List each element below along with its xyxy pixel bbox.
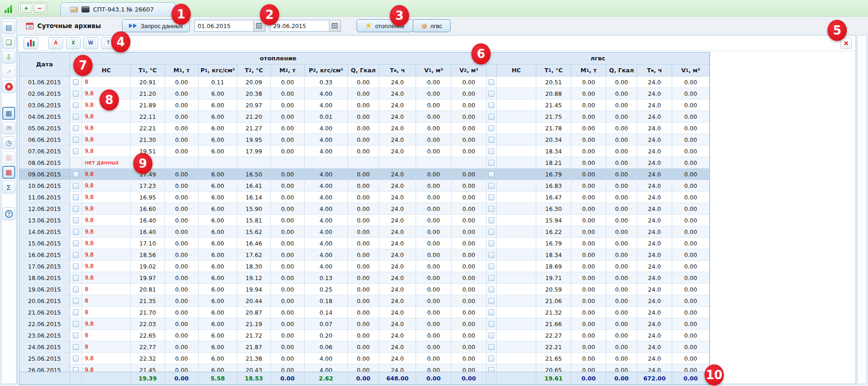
heating-row-checkbox[interactable] bbox=[73, 333, 79, 339]
hws-row-checkbox[interactable] bbox=[488, 91, 494, 97]
heating-row-checkbox[interactable] bbox=[73, 321, 79, 327]
table-row[interactable]: 05.06.20159,822.210.006.0021.270.004.000… bbox=[19, 123, 710, 134]
hws-row-checkbox[interactable] bbox=[488, 252, 494, 258]
export-excel-button[interactable]: X bbox=[66, 37, 81, 49]
vertical-scrollbar[interactable] bbox=[857, 35, 867, 384]
hws-row-checkbox[interactable] bbox=[488, 79, 494, 85]
heating-row-checkbox[interactable] bbox=[73, 252, 79, 258]
hws-row-checkbox[interactable] bbox=[488, 217, 494, 223]
table-row[interactable]: 22.06.20159,822.030.006.0021.190.000.070… bbox=[19, 318, 710, 330]
table-row[interactable]: 12.06.20159,816.600.006.0015.900.004.000… bbox=[19, 203, 710, 215]
heating-row-checkbox[interactable] bbox=[73, 206, 79, 212]
heating-row-checkbox[interactable] bbox=[73, 310, 79, 316]
date-to-input[interactable] bbox=[270, 20, 329, 32]
table-row[interactable]: 04.06.20159,822.110.006.0021.200.000.010… bbox=[19, 111, 710, 123]
table-row[interactable]: 03.06.20159,821.890.006.0020.970.004.000… bbox=[19, 99, 710, 111]
heating-row-checkbox[interactable] bbox=[73, 79, 79, 85]
heating-row-checkbox[interactable] bbox=[73, 183, 79, 189]
heating-row-checkbox[interactable] bbox=[73, 137, 79, 143]
table-row[interactable]: 21.06.2015821.700.006.0020.870.000.140.0… bbox=[19, 307, 710, 318]
table-row[interactable]: 15.06.20159,817.100.006.0016.460.004.000… bbox=[19, 238, 710, 249]
hws-row-checkbox[interactable] bbox=[488, 321, 494, 327]
table-row[interactable]: 23.06.2015822.650.006.0021.720.000.200.0… bbox=[19, 330, 710, 341]
heating-row-checkbox[interactable] bbox=[73, 217, 79, 223]
hws-row-checkbox[interactable] bbox=[488, 148, 494, 154]
table-row[interactable]: 01.06.2015820.910.000.1120.090.000.330.0… bbox=[19, 76, 710, 88]
hws-row-checkbox[interactable] bbox=[488, 287, 494, 292]
heating-row-checkbox[interactable] bbox=[73, 194, 79, 200]
heating-row-checkbox[interactable] bbox=[73, 171, 79, 177]
hws-row-checkbox[interactable] bbox=[488, 194, 494, 200]
table-row[interactable]: 10.06.20159,817.230.006.0016.410.004.000… bbox=[19, 180, 710, 192]
table-row[interactable]: 16.06.20159,818.560.006.0017.620.004.000… bbox=[19, 249, 710, 261]
hws-row-checkbox[interactable] bbox=[488, 333, 494, 339]
hws-row-checkbox[interactable] bbox=[488, 125, 494, 131]
table-row[interactable]: 07.06.20159,819.510.006.0017.990.004.000… bbox=[19, 146, 710, 157]
message-button[interactable]: ✉ bbox=[2, 122, 15, 135]
heating-row-checkbox[interactable] bbox=[73, 344, 79, 350]
read-archive-button[interactable]: ⇩ bbox=[2, 51, 15, 64]
heating-row-checkbox[interactable] bbox=[73, 125, 79, 131]
table-row[interactable]: 18.06.20159,819.970.006.0019.120.000.130… bbox=[19, 272, 710, 284]
heating-row-checkbox[interactable] bbox=[73, 91, 79, 97]
device-tab[interactable]: СПТ-943.1 № 26607 bbox=[60, 2, 176, 16]
hws-row-checkbox[interactable] bbox=[488, 263, 494, 269]
date-from-input[interactable] bbox=[194, 20, 253, 32]
heating-row-checkbox[interactable] bbox=[73, 298, 79, 304]
table-row[interactable]: 25.06.20159,822.320.006.0021.380.004.000… bbox=[19, 353, 710, 364]
date-to-picker-button[interactable] bbox=[329, 20, 341, 32]
table-row[interactable]: 24.06.2015822.770.006.0021.870.000.060.0… bbox=[19, 341, 710, 353]
hws-row-checkbox[interactable] bbox=[488, 356, 494, 362]
heating-row-checkbox[interactable] bbox=[73, 114, 79, 120]
export-pdf-button[interactable]: A bbox=[48, 37, 63, 49]
table-row[interactable]: 13.06.20159,816.400.006.0015.810.004.000… bbox=[19, 215, 710, 226]
heating-row-checkbox[interactable] bbox=[73, 287, 79, 292]
hws-row-checkbox[interactable] bbox=[488, 137, 494, 143]
heating-row-checkbox[interactable] bbox=[73, 263, 79, 269]
hws-row-checkbox[interactable] bbox=[488, 310, 494, 316]
table-row[interactable]: 19.06.2015820.810.006.0019.940.000.250.0… bbox=[19, 284, 710, 295]
heating-row-checkbox[interactable] bbox=[73, 356, 79, 362]
copy-pages-button[interactable]: ❏ bbox=[2, 36, 15, 49]
hws-row-checkbox[interactable] bbox=[488, 114, 494, 120]
table-report-button[interactable]: ▦ bbox=[2, 107, 15, 120]
table-row[interactable]: 26.06.20159,821.450.006.0020.430.004.000… bbox=[19, 364, 710, 372]
table-row[interactable]: 11.06.20159,816.950.006.0016.140.004.000… bbox=[19, 192, 710, 203]
add-device-button[interactable]: + bbox=[20, 4, 32, 13]
hws-row-checkbox[interactable] bbox=[488, 229, 494, 235]
hws-row-checkbox[interactable] bbox=[488, 275, 494, 281]
hws-row-checkbox[interactable] bbox=[488, 171, 494, 177]
table-row[interactable]: 06.06.20159,821.300.006.0019.950.004.000… bbox=[19, 134, 710, 146]
table-row[interactable]: 02.06.20159,821.200.006.0020.380.004.000… bbox=[19, 88, 710, 99]
heating-row-checkbox[interactable] bbox=[73, 240, 79, 246]
table-row[interactable]: 14.06.20159,816.400.006.0015.620.004.000… bbox=[19, 226, 710, 238]
device-list-button[interactable]: ▤ bbox=[2, 21, 15, 34]
hws-row-checkbox[interactable] bbox=[488, 160, 494, 166]
export-word-button[interactable]: W bbox=[83, 37, 98, 49]
month-archive-button[interactable]: ▦ bbox=[2, 151, 15, 164]
hws-row-checkbox[interactable] bbox=[488, 344, 494, 350]
heating-row-checkbox[interactable] bbox=[73, 367, 79, 372]
chart-view-button[interactable] bbox=[23, 37, 38, 49]
day-archive-button[interactable]: ▦ bbox=[2, 166, 15, 179]
tab-hws[interactable]: лгвс bbox=[413, 19, 451, 32]
hws-row-checkbox[interactable] bbox=[488, 240, 494, 246]
table-row[interactable]: 17.06.20159,819.020.006.0018.300.004.000… bbox=[19, 261, 710, 272]
heating-row-checkbox[interactable] bbox=[73, 148, 79, 154]
remove-device-button[interactable]: − bbox=[34, 4, 46, 13]
table-row[interactable]: 09.06.20159,817.490.006.0016.500.004.000… bbox=[19, 169, 710, 180]
hws-row-checkbox[interactable] bbox=[488, 298, 494, 304]
heating-row-checkbox[interactable] bbox=[73, 275, 79, 281]
trend-chart-button[interactable]: ↗ bbox=[2, 65, 15, 78]
hws-row-checkbox[interactable] bbox=[488, 102, 494, 108]
hws-row-checkbox[interactable] bbox=[488, 206, 494, 212]
hws-row-checkbox[interactable] bbox=[488, 367, 494, 372]
hws-row-checkbox[interactable] bbox=[488, 183, 494, 189]
help-button[interactable]: ? bbox=[2, 207, 15, 220]
time-sync-button[interactable]: ◷ bbox=[2, 136, 15, 149]
heating-row-checkbox[interactable] bbox=[73, 229, 79, 235]
totals-button[interactable]: Σ bbox=[2, 181, 15, 193]
heating-row-checkbox[interactable] bbox=[73, 102, 79, 108]
table-row[interactable]: 08.06.2015нет данных18.210.000.0024.00.0… bbox=[19, 157, 710, 169]
stop-button[interactable]: ✖ bbox=[2, 80, 15, 93]
